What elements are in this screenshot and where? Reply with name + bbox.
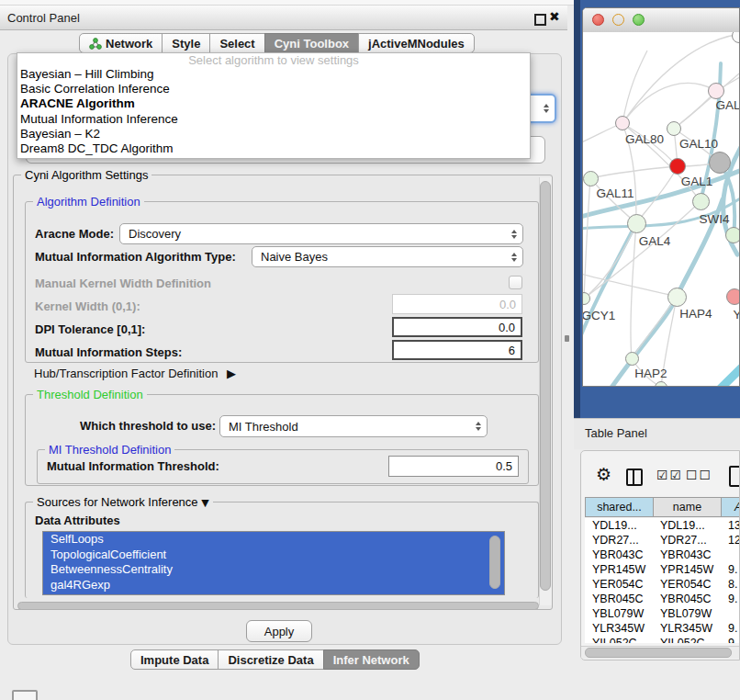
- cell-name[interactable]: YIL052C: [653, 636, 721, 643]
- algorithm-option-selected[interactable]: ARACNE Algorithm: [17, 96, 530, 111]
- cell-value[interactable]: 13: [721, 518, 740, 533]
- tab-select[interactable]: Select: [209, 33, 264, 53]
- panel-divider-handle[interactable]: [565, 335, 569, 342]
- table-hscrollbar-thumb[interactable]: [585, 648, 732, 658]
- algorithm-option[interactable]: Bayesian – K2: [17, 127, 530, 141]
- settings-scrollbar-thumb[interactable]: [540, 181, 551, 591]
- network-node-gal4[interactable]: [627, 214, 646, 233]
- minimize-traffic-light-icon[interactable]: [612, 14, 624, 26]
- hub-definition-toggle[interactable]: Hub/Transcription Factor Definition ▶: [34, 367, 236, 380]
- apply-button[interactable]: Apply: [246, 620, 312, 642]
- cell-value[interactable]: 8.: [721, 577, 740, 592]
- algorithm-option[interactable]: Basic Correlation Inference: [17, 82, 530, 96]
- cell-name[interactable]: YLR345W: [653, 621, 721, 636]
- mi-threshold-field[interactable]: 0.5: [388, 456, 519, 477]
- column-header-shared-name[interactable]: shared...: [585, 497, 654, 517]
- cell-shared-name[interactable]: YBL079W: [585, 606, 653, 621]
- cell-value[interactable]: 12: [721, 533, 740, 548]
- tab-discretize-data[interactable]: Discretize Data: [218, 649, 323, 670]
- tab-style[interactable]: Style: [162, 33, 210, 53]
- tab-jactivemnodules[interactable]: jActiveMNodules: [358, 33, 475, 53]
- tab-cyni-toolbox[interactable]: Cyni Toolbox: [264, 33, 359, 53]
- network-view-window[interactable]: GALGAL80GAL10GAL1SWI4GAL11GAL4GCY1HAP4YH…: [582, 7, 740, 387]
- cell-shared-name[interactable]: YER054C: [585, 577, 653, 592]
- network-node[interactable]: [669, 158, 686, 175]
- network-node-swi4[interactable]: [725, 227, 740, 243]
- tab-impute-data[interactable]: Impute Data: [130, 649, 219, 670]
- network-node-gal11[interactable]: [583, 171, 599, 186]
- settings-hscrollbar-thumb[interactable]: [17, 602, 539, 610]
- gear-icon[interactable]: ⚙: [596, 464, 611, 484]
- attribute-item[interactable]: BetweennessCentrality: [43, 562, 504, 578]
- mi-steps-field[interactable]: 6: [392, 340, 522, 360]
- network-node-gal[interactable]: [708, 83, 724, 99]
- mi-algorithm-type-combo[interactable]: Naive Bayes: [252, 246, 523, 267]
- cell-name[interactable]: YER054C: [653, 577, 721, 592]
- close-icon[interactable]: ✖: [549, 9, 560, 24]
- network-canvas[interactable]: GALGAL80GAL10GAL1SWI4GAL11GAL4GCY1HAP4YH…: [583, 32, 740, 387]
- network-node-gal1[interactable]: [692, 193, 710, 210]
- network-node-hap4[interactable]: [667, 288, 687, 307]
- tab-network[interactable]: Network: [79, 33, 163, 53]
- network-node[interactable]: [709, 152, 731, 174]
- cell-value[interactable]: 9.: [721, 592, 740, 606]
- attribute-item[interactable]: gal4RGexp: [43, 578, 504, 593]
- table-row[interactable]: YDL19...YDL19...13: [585, 518, 740, 533]
- cell-shared-name[interactable]: YDR27...: [585, 533, 653, 548]
- cell-shared-name[interactable]: YIL052C: [585, 636, 653, 643]
- table-row[interactable]: YBR043CYBR043C: [585, 548, 740, 562]
- cell-shared-name[interactable]: YBR045C: [585, 592, 653, 606]
- float-window-icon[interactable]: [534, 14, 546, 26]
- cell-value[interactable]: 9.: [721, 562, 740, 577]
- attribute-item[interactable]: SelfLoops: [43, 532, 504, 548]
- kernel-width-field[interactable]: 0.0: [392, 294, 522, 314]
- table-row[interactable]: YLR345WYLR345W9.: [585, 621, 740, 636]
- algorithm-option[interactable]: Dream8 DC_TDC Algorithm: [17, 141, 530, 156]
- data-attributes-list[interactable]: SelfLoops TopologicalCoefficient Between…: [42, 531, 505, 595]
- zoom-traffic-light-icon[interactable]: [633, 14, 645, 26]
- algorithm-option[interactable]: Mutual Information Inference: [17, 112, 530, 127]
- export-table-icon[interactable]: [729, 466, 740, 487]
- deselect-all-checkboxes-icon[interactable]: ☐☐: [686, 468, 712, 482]
- table-row[interactable]: YPR145WYPR145W9.: [585, 562, 740, 577]
- cell-name[interactable]: YPR145W: [653, 562, 721, 577]
- sources-legend[interactable]: Sources for Network Inference ▼: [33, 495, 213, 509]
- attribute-item[interactable]: TopologicalCoefficient: [43, 548, 504, 563]
- cell-name[interactable]: YBR045C: [653, 592, 721, 606]
- attributes-scrollbar-thumb[interactable]: [489, 536, 500, 589]
- cell-name[interactable]: YBL079W: [653, 606, 721, 621]
- network-node-gal80[interactable]: [615, 116, 630, 130]
- manual-kernel-width-checkbox[interactable]: [509, 276, 522, 289]
- dpi-tolerance-field[interactable]: 0.0: [392, 317, 522, 337]
- cell-shared-name[interactable]: YDL19...: [585, 518, 653, 533]
- cell-shared-name[interactable]: YLR345W: [585, 621, 653, 636]
- which-threshold-combo[interactable]: MI Threshold: [219, 415, 488, 437]
- network-window-titlebar[interactable]: [583, 8, 739, 33]
- cell-shared-name[interactable]: YBR043C: [585, 548, 653, 562]
- network-node-gal10[interactable]: [667, 121, 681, 136]
- cell-name[interactable]: YDR27...: [653, 533, 721, 548]
- cell-shared-name[interactable]: YPR145W: [585, 562, 653, 577]
- tab-infer-network[interactable]: Infer Network: [323, 649, 420, 670]
- column-header-name[interactable]: name: [653, 497, 722, 517]
- table-row[interactable]: YBR045CYBR045C9.: [585, 592, 740, 606]
- select-all-checkboxes-icon[interactable]: ☑☑: [656, 468, 683, 482]
- cell-name[interactable]: YDL19...: [653, 518, 721, 533]
- close-traffic-light-icon[interactable]: [592, 14, 604, 26]
- cell-value[interactable]: 9.: [721, 621, 740, 636]
- column-header-partial[interactable]: A: [721, 497, 740, 517]
- columns-icon[interactable]: [626, 469, 643, 486]
- floating-icon-partial[interactable]: [12, 690, 38, 700]
- table-row[interactable]: YER054CYER054C8.: [585, 577, 740, 592]
- cell-name[interactable]: YBR043C: [653, 548, 721, 562]
- network-node-hap2[interactable]: [625, 352, 639, 366]
- network-node-y[interactable]: [726, 288, 740, 305]
- cell-value[interactable]: 9: [721, 636, 740, 643]
- table-row[interactable]: YDR27...YDR27...12: [585, 533, 740, 548]
- algorithm-option[interactable]: Bayesian – Hill Climbing: [17, 67, 530, 82]
- cell-value[interactable]: [721, 606, 740, 621]
- table-row[interactable]: YBL079WYBL079W: [585, 606, 740, 621]
- cell-value[interactable]: [721, 548, 740, 562]
- aracne-mode-combo[interactable]: Discovery: [119, 223, 523, 244]
- table-row[interactable]: YIL052CYIL052C9: [585, 636, 740, 643]
